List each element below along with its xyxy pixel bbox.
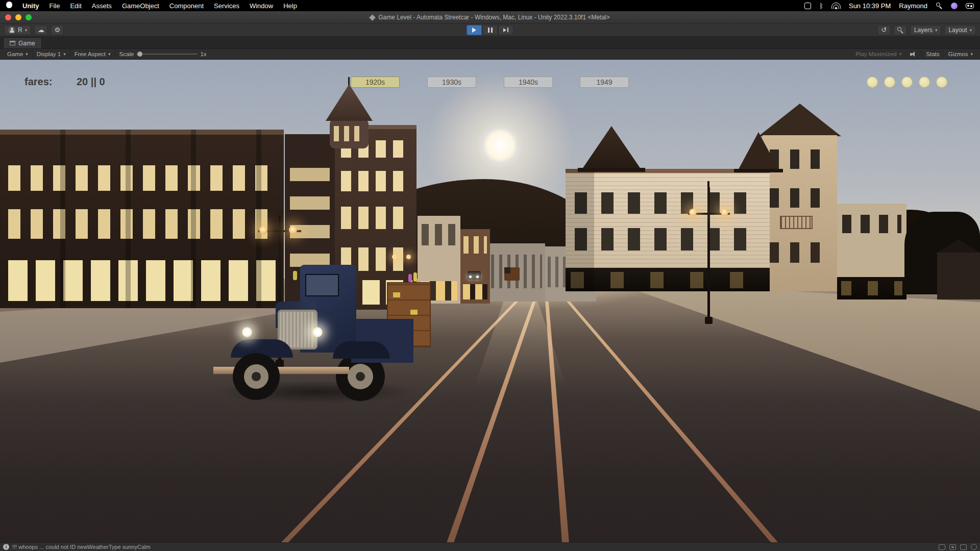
era-button-1949[interactable]: 1949	[580, 77, 629, 88]
scale-slider[interactable]	[136, 54, 198, 55]
scale-value: 1x	[200, 51, 206, 57]
distant-truck-cab	[504, 267, 510, 273]
pedestrian-yellow	[293, 271, 297, 280]
menu-help[interactable]: Help	[283, 2, 297, 10]
window-row	[290, 165, 330, 267]
pause-button[interactable]	[482, 25, 498, 35]
step-button[interactable]	[498, 25, 513, 35]
spotlight-search-icon[interactable]	[936, 2, 943, 9]
shop-building-brick	[460, 229, 490, 304]
game-mode-dropdown[interactable]: Game▾	[3, 49, 33, 59]
game-tab-icon	[10, 41, 15, 45]
menu-gameobject[interactable]: GameObject	[122, 2, 159, 10]
streetlamp-left-globe	[259, 226, 267, 234]
turret-drum	[330, 119, 369, 148]
era-button-1940s[interactable]: 1940s	[504, 77, 553, 88]
extension-icon[interactable]	[804, 3, 811, 9]
window-row	[463, 236, 487, 254]
control-center-icon[interactable]	[966, 3, 974, 9]
game-toolbar-right: Play Maximized▾ Stats Gizmos▾	[851, 51, 977, 57]
display-dropdown[interactable]: Display 1▾	[33, 49, 70, 59]
settings-gear-button[interactable]: ⚙	[51, 25, 64, 35]
playmode-controls	[467, 25, 513, 35]
menu-edit[interactable]: Edit	[70, 2, 81, 10]
menu-file[interactable]: File	[50, 2, 60, 10]
menubar-clock[interactable]: Sun 10:39 PM	[849, 2, 891, 10]
game-viewport[interactable]: fares: 20 || 0 1920s 1930s 1940s 1949	[0, 60, 980, 542]
streetlamp-right-base	[705, 317, 713, 324]
account-avatar-icon	[8, 27, 15, 34]
cloud-services-button[interactable]: ☁	[34, 25, 47, 35]
undo-history-button[interactable]: ↺	[877, 25, 891, 35]
minimize-window-button[interactable]	[15, 14, 21, 20]
statusbar-icon[interactable]	[949, 544, 956, 550]
pedestrian-magenta	[408, 274, 412, 282]
wifi-icon[interactable]	[831, 3, 841, 9]
window-row	[842, 215, 901, 233]
window-row	[341, 171, 410, 191]
building-left-block	[0, 130, 284, 308]
storefront-lit	[841, 281, 902, 295]
statusbar-icon[interactable]	[971, 544, 977, 550]
scale-label: Scale	[119, 51, 134, 57]
pedestrian-yellow	[413, 272, 417, 282]
hud-token	[936, 77, 947, 88]
truck-front-wheel	[233, 353, 280, 400]
toolbar-left-group: R▾ ☁ ⚙	[4, 25, 64, 35]
account-dropdown[interactable]: R▾	[4, 25, 31, 35]
aspect-ratio-dropdown[interactable]: Free Aspect▾	[70, 49, 115, 59]
distant-truck	[504, 267, 520, 281]
statusbar: i !!! whoops ... could not ID newWeather…	[0, 542, 980, 551]
streetlamp-left-globe	[289, 226, 297, 234]
low-building-right	[837, 204, 906, 299]
headlight	[476, 276, 479, 278]
menu-component[interactable]: Component	[169, 2, 204, 10]
zoom-window-button[interactable]	[26, 14, 32, 20]
bluetooth-icon[interactable]: ᛒ	[819, 2, 823, 10]
window-row	[575, 228, 761, 251]
era-button-1930s[interactable]: 1930s	[427, 77, 476, 88]
stats-button[interactable]: Stats	[922, 51, 944, 57]
statusbar-message[interactable]: !!! whoops ... could not ID newWeatherTy…	[12, 544, 151, 550]
search-button[interactable]	[894, 25, 907, 35]
menu-assets[interactable]: Assets	[92, 2, 112, 10]
turret-windows	[334, 126, 364, 141]
menubar-user[interactable]: Raymond	[899, 2, 927, 10]
fares-label: fares:	[24, 76, 52, 88]
hud-token	[901, 77, 913, 88]
layers-dropdown[interactable]: Layers▾	[910, 25, 942, 35]
streetlamp-left-finial	[279, 216, 281, 223]
streetlamp-right-globe	[721, 209, 728, 216]
layout-dropdown[interactable]: Layout▾	[944, 25, 976, 35]
sun	[484, 129, 517, 162]
window-row	[770, 188, 830, 208]
close-window-button[interactable]	[5, 14, 11, 20]
streetlamp-right-globe	[689, 209, 697, 216]
macos-menubar: Unity File Edit Assets GameObject Compon…	[0, 0, 980, 11]
mute-audio-button[interactable]	[906, 51, 922, 57]
menu-unity[interactable]: Unity	[22, 2, 39, 10]
menu-services[interactable]: Services	[214, 2, 239, 10]
hud-token	[919, 77, 930, 88]
turret-finial	[348, 77, 350, 85]
menu-window[interactable]: Window	[250, 2, 273, 10]
info-icon[interactable]: i	[3, 544, 9, 550]
scale-control: Scale 1x	[115, 49, 211, 59]
storefront-lit	[571, 272, 765, 288]
gizmos-dropdown[interactable]: Gizmos▾	[944, 51, 977, 57]
cream-turret-left-eave	[578, 168, 645, 172]
truck-headlight	[312, 327, 323, 337]
window-row	[341, 207, 410, 229]
play-maximized-dropdown[interactable]: Play Maximized▾	[851, 51, 906, 57]
window-row	[575, 192, 761, 214]
streetlamp-right-pole	[707, 187, 710, 321]
siri-icon[interactable]	[951, 3, 958, 9]
apple-menu-icon[interactable]	[6, 2, 12, 10]
statusbar-icon[interactable]	[939, 544, 945, 550]
statusbar-icon[interactable]	[960, 544, 967, 550]
era-button-1920s[interactable]: 1920s	[351, 77, 400, 88]
tab-game[interactable]: Game	[3, 37, 42, 48]
scale-slider-knob[interactable]	[137, 52, 142, 57]
play-button[interactable]	[467, 25, 482, 35]
toolbar-right-group: ↺ Layers▾ Layout▾	[877, 25, 976, 35]
